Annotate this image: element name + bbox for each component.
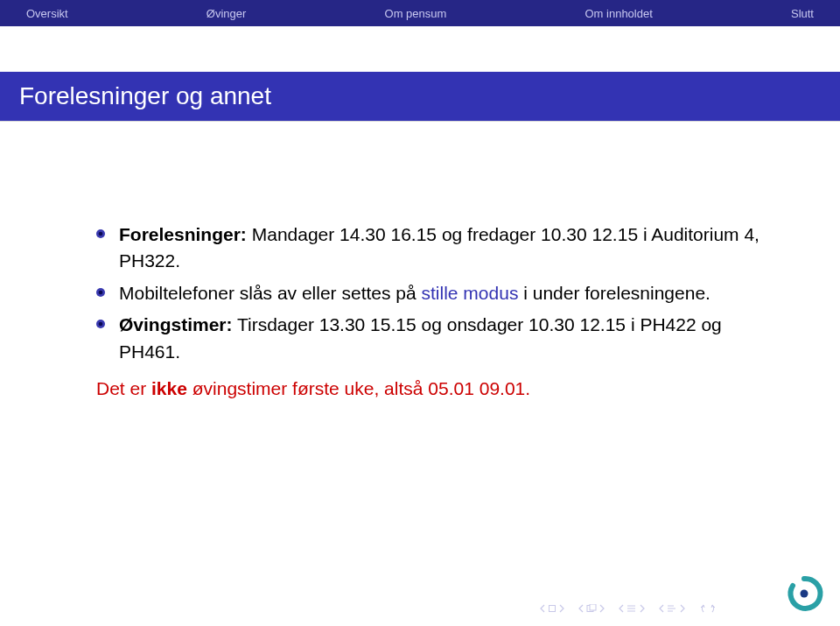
bullet-item: Øvingstimer: Tirsdager 13.30 15.15 og on…	[96, 312, 770, 365]
bullet-item: Mobiltelefoner slås av eller settes på s…	[96, 280, 770, 306]
nav-subsection-controls[interactable]	[578, 604, 606, 613]
slide-title-band: Forelesninger og annet	[0, 72, 840, 121]
svg-point-5	[99, 322, 103, 327]
nav-item-om-pensum[interactable]: Om pensum	[385, 7, 447, 20]
note-tail: øvingstimer første uke, altså 05.01 09.0…	[187, 378, 530, 398]
logo-icon	[784, 573, 824, 614]
nav-item-slutt[interactable]: Slutt	[791, 7, 814, 20]
nav-section-controls[interactable]	[618, 604, 646, 613]
svg-rect-8	[590, 604, 596, 610]
bullet-tail: i under forelesningene.	[518, 283, 710, 303]
svg-point-1	[99, 232, 103, 236]
slide-title: Forelesninger og annet	[19, 82, 271, 110]
bullet-emphasis: stille modus	[422, 283, 519, 303]
slide-body: Forelesninger: Mandager 14.30 16.15 og f…	[0, 121, 840, 403]
nav-item-om-innholdet[interactable]: Om innholdet	[584, 7, 652, 20]
bullet-prefix: Øvingstimer:	[119, 314, 233, 334]
top-nav: Oversikt Øvinger Om pensum Om innholdet …	[0, 0, 840, 26]
nav-item-ovinger[interactable]: Øvinger	[206, 7, 247, 20]
nav-item-oversikt[interactable]: Oversikt	[26, 7, 68, 20]
bullet-icon	[96, 229, 105, 238]
beamer-nav	[539, 603, 718, 614]
nav-back-forward[interactable]	[698, 603, 718, 614]
note-line: Det er ikke øvingstimer første uke, alts…	[96, 376, 770, 402]
note-lead: Det er	[96, 378, 151, 398]
svg-point-3	[99, 291, 103, 295]
bullet-item: Forelesninger: Mandager 14.30 16.15 og f…	[96, 222, 770, 275]
svg-rect-6	[550, 606, 556, 612]
bullet-lead: Mobiltelefoner slås av eller settes på	[119, 283, 422, 303]
svg-point-15	[801, 590, 808, 598]
nav-doc-controls[interactable]	[658, 604, 686, 613]
nav-frame-controls[interactable]	[539, 604, 565, 613]
bullet-prefix: Forelesninger:	[119, 224, 247, 244]
bullet-icon	[96, 320, 105, 328]
note-emphasis: ikke	[151, 378, 187, 398]
bullet-icon	[96, 288, 105, 297]
